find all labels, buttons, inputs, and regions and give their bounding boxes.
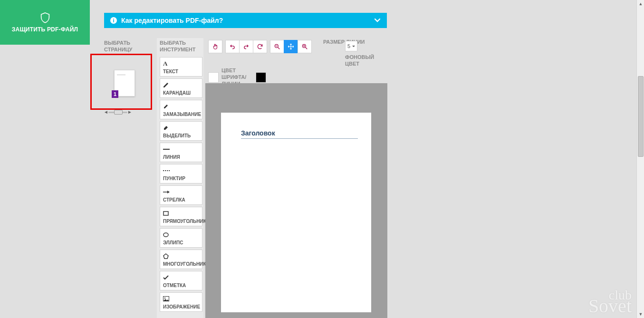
editor-topbar: РАЗМЕР ЛИНИИ 5 ФОНОВЫЙ ЦВЕТ ЦВЕТ ШРИФТА/… xyxy=(205,38,387,81)
page-background: Заголовок xyxy=(205,83,387,318)
image-icon xyxy=(163,296,169,302)
redo-button[interactable] xyxy=(239,40,253,53)
tool-check[interactable]: ОТМЕТКА xyxy=(160,271,202,290)
slider-handle[interactable] xyxy=(114,110,123,115)
scroll-down-icon[interactable]: ▼ xyxy=(637,310,644,318)
tool-label-text: МНОГОУГОЛЬНИК xyxy=(163,261,206,267)
pencil-icon xyxy=(163,82,169,88)
svg-point-6 xyxy=(163,233,168,237)
tool-arrow[interactable]: СТРЕЛКА xyxy=(160,185,202,205)
line-size-label: РАЗМЕР ЛИНИИ xyxy=(323,39,365,46)
tool-label-text: ПУНКТИР xyxy=(163,176,185,181)
help-banner-text: Как редактировать PDF-файл? xyxy=(121,17,223,24)
line-size-select[interactable]: 5 xyxy=(345,41,357,51)
text-icon: A xyxy=(163,60,167,67)
tool-label-text: ТЕКСТ xyxy=(163,69,178,74)
page-thumbnail-highlight: 1 xyxy=(90,54,152,110)
tool-polygon[interactable]: МНОГОУГОЛЬНИК xyxy=(160,250,202,269)
line-icon xyxy=(163,146,170,153)
chevron-right-icon: ► xyxy=(127,109,132,115)
tool-text[interactable]: A ТЕКСТ xyxy=(160,57,202,77)
tool-ellipse[interactable]: ЭЛЛИПС xyxy=(160,228,202,248)
move-tool-button[interactable] xyxy=(284,40,298,53)
brush-icon xyxy=(163,103,169,110)
tool-label-text: ЛИНИЯ xyxy=(163,154,180,160)
ellipse-icon xyxy=(163,231,169,238)
protect-pdf-label: ЗАЩИТИТЬ PDF-ФАЙЛ xyxy=(12,26,78,33)
tool-label-text: СТРЕЛКА xyxy=(163,197,185,202)
zoom-in-button[interactable] xyxy=(298,40,312,53)
scrollbar-thumb[interactable] xyxy=(638,76,644,157)
highlighter-icon xyxy=(163,125,169,131)
rectangle-icon xyxy=(163,210,169,217)
document-title: Заголовок xyxy=(241,129,275,137)
vertical-scrollbar[interactable]: ▲ ▼ xyxy=(636,0,644,318)
tool-label-text: КАРАНДАШ xyxy=(163,90,191,96)
help-banner[interactable]: i Как редактировать PDF-файл? xyxy=(104,13,387,28)
bg-color-swatch[interactable] xyxy=(256,72,266,83)
rotate-button[interactable] xyxy=(253,40,267,53)
check-icon xyxy=(163,274,169,281)
document-title-rule xyxy=(241,138,358,139)
tool-pencil[interactable]: КАРАНДАШ xyxy=(160,78,202,98)
tool-label-text: ИЗОБРАЖЕНИЕ xyxy=(163,304,200,309)
tool-highlight[interactable]: ВЫДЕЛИТЬ xyxy=(160,121,202,141)
thumbnail-zoom-slider[interactable]: ◄ ► xyxy=(104,109,132,115)
hand-tool-button[interactable] xyxy=(208,40,222,53)
info-icon: i xyxy=(110,17,117,24)
tool-label-text: ЗАМАЗЫВАНИЕ xyxy=(163,112,201,117)
page-thumbnail[interactable]: 1 xyxy=(114,70,135,96)
chevron-down-icon xyxy=(374,16,381,25)
arrow-icon xyxy=(163,189,170,195)
select-page-label: ВЫБРАТЬ СТРАНИЦУ xyxy=(104,40,152,53)
svg-rect-5 xyxy=(163,212,168,215)
tool-smudge[interactable]: ЗАМАЗЫВАНИЕ xyxy=(160,100,202,119)
tool-line[interactable]: ЛИНИЯ xyxy=(160,143,202,162)
polygon-icon xyxy=(163,253,169,260)
chevron-left-icon: ◄ xyxy=(104,109,108,115)
dashed-line-icon xyxy=(163,167,170,174)
thumb-preview-line xyxy=(117,75,125,75)
watermark-line2: Sovet xyxy=(588,298,632,314)
tool-label-text: ВЫДЕЛИТЬ xyxy=(163,133,191,138)
undo-button[interactable] xyxy=(225,40,240,53)
select-tool-label: ВЫБРАТЬ ИНСТРУМЕНТ xyxy=(157,38,203,57)
document-page[interactable]: Заголовок xyxy=(221,113,371,312)
zoom-out-button[interactable] xyxy=(270,40,284,53)
svg-point-8 xyxy=(164,298,165,299)
tool-image[interactable]: ИЗОБРАЖЕНИЕ xyxy=(160,292,202,312)
svg-line-10 xyxy=(278,48,280,49)
tool-label-text: ПРЯМОУГОЛЬНИК xyxy=(163,219,206,224)
protect-pdf-button[interactable]: ЗАЩИТИТЬ PDF-ФАЙЛ xyxy=(0,0,90,45)
page-thumbnail-number: 1 xyxy=(112,90,118,98)
canvas-area: РАЗМЕР ЛИНИИ 5 ФОНОВЫЙ ЦВЕТ ЦВЕТ ШРИФТА/… xyxy=(205,38,387,318)
tool-dashed[interactable]: ПУНКТИР xyxy=(160,164,202,183)
tool-column: ВЫБРАТЬ ИНСТРУМЕНТ A ТЕКСТ КАРАНДАШ ЗАМА… xyxy=(157,38,203,318)
tool-rect[interactable]: ПРЯМОУГОЛЬНИК xyxy=(160,207,202,226)
tool-label-text: ЭЛЛИПС xyxy=(163,240,183,245)
scroll-up-icon[interactable]: ▲ xyxy=(637,0,644,8)
svg-text:i: i xyxy=(113,18,114,23)
line-size-value: 5 xyxy=(347,43,350,49)
watermark: club Sovet xyxy=(588,289,632,314)
tool-label-text: ОТМЕТКА xyxy=(163,283,186,288)
shield-icon xyxy=(40,12,50,23)
svg-line-13 xyxy=(306,48,308,49)
bg-color-label: ФОНОВЫЙ ЦВЕТ xyxy=(345,54,387,67)
font-color-swatch[interactable] xyxy=(208,72,219,83)
